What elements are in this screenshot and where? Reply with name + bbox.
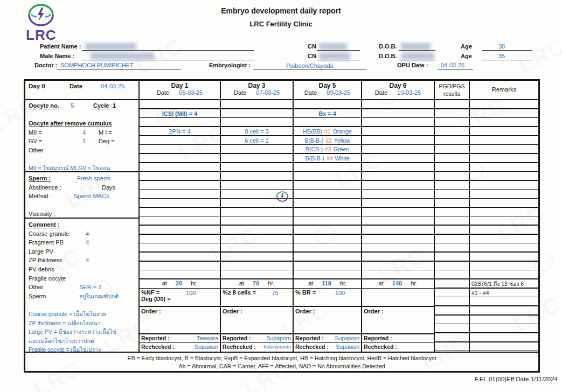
comment-label: Other [29,283,44,292]
comment-heading: Comment : [29,220,59,229]
pgd-column: PGD/PGS results [435,81,470,352]
lrc-logo-stamp-icon [275,190,289,203]
cycle-value: 1 [113,101,116,110]
day5-reported-value: Supaporn [335,334,359,342]
remarks-header: Remarks [491,86,516,93]
gv-value: 1 [82,137,86,146]
form-code: F.EL.01(00)Eff.Date.1/11/2024 [475,376,558,382]
day3-6cell-cell: 6 cell = 1 [221,136,293,145]
day6-reported-row: Reported : [362,334,434,343]
comment-block: Comment : Coarse granule4 Fragment PB4 L… [25,219,138,352]
cn-label-2: CN [308,53,316,59]
comment-value: 4 [86,238,89,247]
at-label: at [162,279,167,288]
reported-label: Reported : [223,334,251,342]
cn-line-2 [317,53,360,60]
day0-column: Day 0 Date 04-03-25 Oocyte no. 5 Cycle 1… [25,81,140,352]
day1-column: Day 1 Date05-03-25 ICSI (MII) = 4 2PN = … [140,81,221,352]
rechecked-label: Rechecked : [364,343,397,352]
age-label: Age [461,43,472,50]
remarks-rows: 02876/1 ถึง 13 ช่อง 6 #1 - #4 [470,100,538,352]
day5-reported-row: Reported :Supaporn [294,334,361,343]
embryo-grade: HB(BB) [303,127,322,136]
day5-stats-cell: % BR =100 [294,289,361,307]
day1-stat-label: %NF = [141,289,159,296]
day1-rechecked-row: Rechecked :Supawan [140,343,220,352]
thai-glossary-line: Fragile oocyte = เนื้อไข่เปราะ [29,345,101,354]
opu-date-label: OPU Date : [397,62,428,68]
day3-stat-value: 75 [272,290,278,296]
day6-date-label: Date [375,89,387,96]
embryo-grade: B(B-B-) [304,136,323,145]
day3-date-label: Date [234,89,246,96]
day3-at-row: at 70 hr. [221,279,293,289]
doctor-label: Doctor : [34,62,57,68]
oocyte-block: Oocyte no. 5 Cycle 1 Oocyte after remove… [25,100,138,172]
sperm-block: Sperm : Fresh sperm Abstinence : - Days … [25,172,138,219]
embryo-color: Yellow [334,136,350,145]
day1-hours: 20 [176,279,182,288]
comment-value: อยู่ในเกณฑ์ปกติ [79,292,119,301]
remarks-column: Remarks 02876/1 ถึง 13 ช่อง 6 #1 - #4 [470,81,538,352]
deg-label: Deg = [99,137,115,146]
pgd-header-line1: PGD/PGS [435,82,469,90]
embryo-tag: #4 [327,154,333,163]
at-label: at [239,279,244,288]
day5-date-value: 09-03-25 [327,89,350,96]
patient-name-label: Patient Name : [40,43,81,50]
comment-value: 4 [86,256,89,265]
day3-reported-row: Reported :Supaporn [221,334,293,343]
sperm-value: Fresh sperm [77,174,110,183]
day5-stat-label: % BR = [295,289,316,296]
embryo-grade: B(B-B-) [306,154,324,163]
day5-order-cell: Order : [294,307,361,334]
abstinence-unit: Days [102,183,115,192]
embryo-color: Orange [333,127,352,136]
embryo-grade: B(CB-) [306,145,323,154]
hr-label: hr. [340,279,346,288]
dob-line-2 [399,53,436,60]
male-name-label: Male Name : [40,53,74,59]
dob-line-1 [399,44,435,51]
hr-label: hr. [268,279,274,288]
table-grid: Day 0 Date 04-03-25 Oocyte no. 5 Cycle 1… [25,81,538,352]
day0-header: Day 0 Date 04-03-25 [25,81,138,100]
abstinence-label: Abstinence : [29,183,61,192]
thai-glossary-line: และเปลือกไข่กว้างกว่าปกติ [29,337,94,346]
comment-label: PV debris [29,265,54,274]
comment-label: Fragment PB [29,238,64,247]
doctor-line [57,62,181,69]
viscosity-label: Viscosity : [29,209,55,219]
embryologist-label: Embryologist : [209,62,251,68]
embryo-tag: #1 [324,127,331,136]
spacer [25,110,138,120]
day3-8cell-cell: 8 cell = 3 [221,127,293,136]
report-title: Embryo development daily report [0,6,562,15]
day3-rechecked-row: Rechecked :Katanyaporn [221,343,293,352]
oocyte-no-value: 5 [71,101,74,110]
day6-stats-cell [362,289,434,307]
pgd-rows [435,100,469,352]
remarks-line-2: #1 - #4 [470,289,538,298]
sperm-heading: Sperm : [29,174,51,183]
embryologist-value: Paiboon/Chayada [286,62,333,69]
spacer [25,155,138,164]
day5-embryo-cell: B(B-B-)#2Yellow [294,136,361,145]
comment-value: 4 [86,229,89,239]
day1-at-row: at 20 hr. [140,279,220,289]
reported-label: Reported : [141,334,170,342]
day5-rechecked-value: Supawan [336,343,359,352]
age-label-2: Age [461,53,472,59]
remove-cumulus-heading: Oocyte after remove cumulus [29,119,112,128]
day1-date-label: Date [157,89,169,96]
day6-label: Day 6 [362,81,434,89]
day0-date-value: 04-03-25 [101,83,124,89]
other-label: Other [29,146,44,155]
rechecked-label: Rechecked : [295,343,329,352]
reported-label: Reported : [364,334,392,342]
at-label: at [308,279,313,288]
embryo-color: White [335,154,349,163]
day1-icsi-cell: ICSI (MII) = 4 [140,109,220,118]
mii-thai-note: MII = ไข่สมบูรณ์ MI,GV = ไข่อ่อน [29,164,110,173]
rechecked-label: Rechecked : [141,343,175,352]
